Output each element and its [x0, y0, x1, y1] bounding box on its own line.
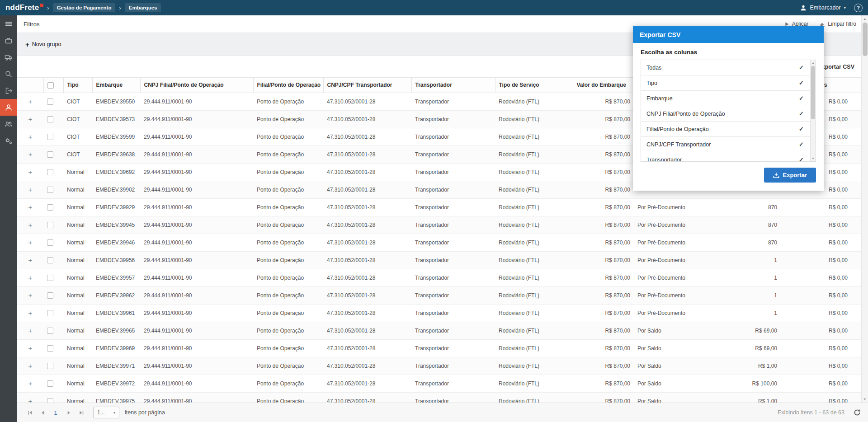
- row-checkbox[interactable]: [47, 310, 53, 316]
- app-logo[interactable]: nddFrete: [5, 3, 43, 12]
- cell-embarque: EMBDEV.39599: [92, 128, 140, 145]
- row-checkbox[interactable]: [47, 380, 53, 387]
- prev-page-button[interactable]: [37, 407, 48, 418]
- cell-cnpj_filial: 29.444.911/0001-90: [140, 339, 253, 357]
- column-option[interactable]: Tipo✓: [641, 75, 816, 91]
- sidebar-item-briefcase[interactable]: [0, 32, 17, 49]
- column-list-scrollbar[interactable]: ▲ ▼: [810, 60, 816, 161]
- expand-row-icon[interactable]: +: [28, 274, 33, 281]
- play-icon: [784, 22, 789, 27]
- scroll-down-icon[interactable]: ▼: [811, 157, 816, 160]
- row-checkbox[interactable]: [47, 204, 53, 211]
- expand-row-icon[interactable]: +: [28, 344, 33, 352]
- expand-row-icon[interactable]: +: [28, 239, 33, 246]
- row-checkbox[interactable]: [47, 239, 53, 246]
- row-checkbox[interactable]: [47, 292, 53, 299]
- column-option-label: Filial/Ponto de Operação: [646, 126, 709, 132]
- col-header-filial[interactable]: Filial/Ponto de Operação: [253, 78, 323, 93]
- col-header-tipo-servico[interactable]: Tipo de Serviço: [495, 78, 573, 93]
- clear-filter-button[interactable]: Limpar filtro: [819, 21, 856, 27]
- first-page-button[interactable]: [24, 407, 35, 418]
- current-page-button[interactable]: 1: [50, 407, 61, 418]
- row-checkbox[interactable]: [47, 116, 53, 122]
- column-option[interactable]: Todas✓: [641, 60, 816, 75]
- row-checkbox[interactable]: [47, 328, 53, 334]
- cell-embarque: EMBDEV.39965: [92, 322, 140, 339]
- scroll-down-icon[interactable]: ▼: [862, 398, 868, 401]
- cell-valor: R$ 870,00: [573, 251, 634, 269]
- new-group-label: Novo grupo: [32, 41, 61, 47]
- column-option[interactable]: Embarque✓: [641, 91, 816, 106]
- col-header-cnpj-filial[interactable]: CNPJ Filial/Ponto de Operação: [140, 78, 253, 93]
- sidebar-item-search[interactable]: [0, 66, 17, 82]
- cell-valor: R$ 870,00: [573, 216, 634, 234]
- help-icon[interactable]: ?: [854, 4, 863, 12]
- sidebar-item-account[interactable]: [0, 99, 17, 116]
- expand-row-icon[interactable]: +: [28, 221, 33, 229]
- per-page-label: itens por página: [125, 409, 165, 416]
- row-checkbox[interactable]: [47, 187, 53, 193]
- col-header-tipo[interactable]: Tipo: [63, 78, 92, 93]
- col-header-cnpj-transportador[interactable]: CNPJ/CPF Transportador: [323, 78, 411, 93]
- row-checkbox[interactable]: [47, 275, 53, 281]
- cell-custos: R$ 0,00: [781, 269, 861, 286]
- col-header-embarque[interactable]: Embarque: [92, 78, 140, 93]
- col-header-valor-embarque[interactable]: Valor do Embarque: [573, 78, 634, 93]
- expand-row-icon[interactable]: +: [28, 98, 33, 105]
- expand-row-icon[interactable]: +: [28, 309, 33, 317]
- expand-row-icon[interactable]: +: [28, 150, 33, 158]
- scroll-up-icon[interactable]: ▲: [811, 61, 816, 64]
- expand-row-icon[interactable]: +: [28, 203, 33, 211]
- refresh-button[interactable]: [854, 409, 861, 416]
- sidebar-item-settings[interactable]: [0, 132, 17, 149]
- row-checkbox[interactable]: [47, 345, 53, 352]
- expand-row-icon[interactable]: +: [28, 186, 33, 193]
- cell-filial: Ponto de Operação: [253, 357, 323, 375]
- row-checkbox[interactable]: [47, 151, 53, 158]
- expand-row-icon[interactable]: +: [28, 133, 33, 141]
- table-row: +NormalEMBDEV.3996229.444.911/0001-90Pon…: [17, 286, 861, 304]
- expand-row-icon[interactable]: +: [28, 256, 33, 264]
- row-checkbox[interactable]: [47, 98, 53, 105]
- expand-row-icon[interactable]: +: [28, 168, 33, 176]
- expand-row-icon[interactable]: +: [28, 115, 33, 123]
- sidebar-item-users[interactable]: [0, 116, 17, 132]
- scroll-up-icon[interactable]: ▲: [862, 17, 868, 20]
- column-option[interactable]: Filial/Ponto de Operação✓: [641, 122, 816, 137]
- row-checkbox[interactable]: [47, 222, 53, 228]
- expand-row-icon[interactable]: +: [28, 362, 33, 370]
- cell-custos: R$ 0,00: [781, 251, 861, 269]
- last-page-button[interactable]: [76, 407, 87, 418]
- scrollbar-thumb[interactable]: [863, 23, 868, 56]
- breadcrumb-embarques[interactable]: Embarques: [125, 3, 161, 12]
- row-checkbox[interactable]: [47, 257, 53, 263]
- cell-filial: Ponto de Operação: [253, 110, 323, 128]
- cell-saldo: 870: [711, 234, 781, 251]
- cell-transportador: Transportador: [411, 304, 495, 322]
- new-group-button[interactable]: + Novo grupo: [25, 41, 61, 48]
- menu-toggle-button[interactable]: [0, 15, 17, 32]
- expand-row-icon[interactable]: +: [28, 327, 33, 334]
- expand-row-icon[interactable]: +: [28, 380, 33, 387]
- column-option[interactable]: CNPJ/CPF Transportador✓: [641, 137, 816, 152]
- select-all-checkbox[interactable]: [47, 82, 54, 89]
- sidebar-item-shipments[interactable]: [0, 49, 17, 66]
- cell-cnpj_filial: 29.444.911/0001-90: [140, 357, 253, 375]
- page-size-select[interactable]: 1... ▾: [93, 407, 119, 418]
- next-page-button[interactable]: [63, 407, 74, 418]
- scrollbar-thumb[interactable]: [811, 66, 815, 119]
- row-checkbox[interactable]: [47, 169, 53, 175]
- row-checkbox[interactable]: [47, 134, 53, 140]
- user-menu-button[interactable]: Embarcador ▾: [800, 5, 846, 11]
- expand-row-icon[interactable]: +: [28, 291, 33, 299]
- export-button[interactable]: Exportar: [764, 168, 816, 183]
- breadcrumb-gestao-pagamento[interactable]: Gestão de Pagamento: [53, 3, 116, 12]
- cell-valor: R$ 870,00: [573, 322, 634, 339]
- sidebar-item-logout[interactable]: [0, 82, 17, 99]
- column-option[interactable]: CNPJ Filial/Ponto de Operação✓: [641, 106, 816, 122]
- page-scrollbar[interactable]: ▲ ▼: [861, 15, 868, 403]
- row-checkbox[interactable]: [47, 363, 53, 369]
- column-option[interactable]: Transportador✓: [641, 152, 816, 162]
- col-header-transportador[interactable]: Transportador: [411, 78, 495, 93]
- cell-valor: R$ 870,00: [573, 286, 634, 304]
